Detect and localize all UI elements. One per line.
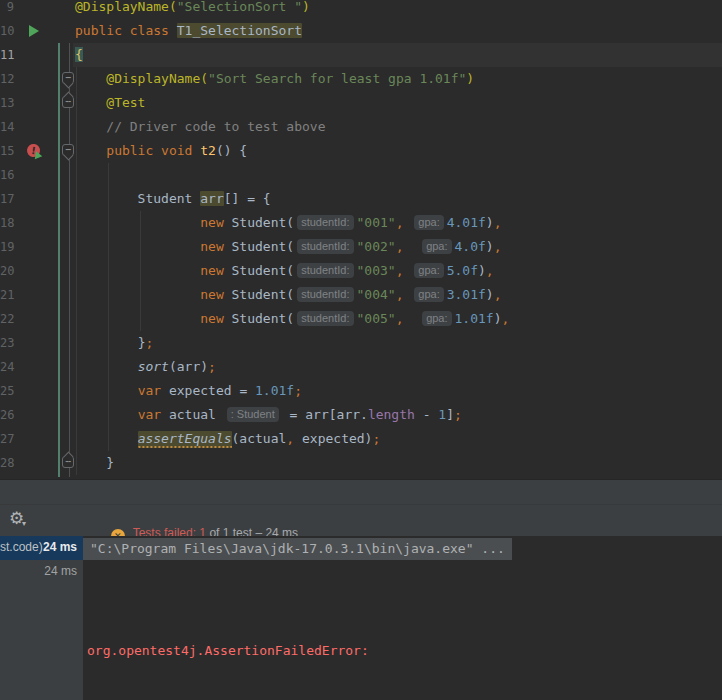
test-tree-row[interactable]: 24 ms	[0, 560, 83, 584]
code-line-9[interactable]: 9@DisplayName("SelectionSort ")	[0, 0, 722, 19]
gear-button[interactable]: ⚙ ▾	[9, 508, 24, 529]
test-tree[interactable]: st.code)24 ms24 ms	[0, 536, 83, 700]
code-text: new Student(studentId:"004", gpa:3.01f),	[75, 286, 502, 304]
line-number[interactable]: 25	[0, 383, 14, 399]
code-line-24[interactable]: 24 sort(arr);	[0, 355, 722, 379]
code-text: };	[75, 334, 153, 352]
line-number[interactable]: 13	[0, 95, 14, 111]
code-line-28[interactable]: 28− }	[0, 451, 722, 475]
line-number[interactable]: 14	[0, 119, 14, 135]
code-editor[interactable]: 9@DisplayName("SelectionSort ")10public …	[0, 0, 722, 479]
code-text: @Test	[75, 94, 145, 112]
code-line-13[interactable]: 13− @Test	[0, 91, 722, 115]
parameter-hint: gpa:	[414, 215, 443, 230]
code-line-17[interactable]: 17 Student arr[] = {	[0, 187, 722, 211]
code-line-19[interactable]: 19 new Student(studentId:"002", gpa:4.0f…	[0, 235, 722, 259]
code-text: sort(arr);	[75, 358, 216, 376]
line-number[interactable]: 28	[0, 455, 14, 471]
code-text: public void t2() {	[75, 142, 247, 160]
console-command-line[interactable]: "C:\Program Files\Java\jdk-17.0.3.1\bin\…	[83, 538, 512, 560]
line-number[interactable]: 19	[0, 239, 14, 255]
code-line-16[interactable]: 16	[0, 163, 722, 187]
code-line-20[interactable]: 20 new Student(studentId:"003", gpa:5.0f…	[0, 259, 722, 283]
fold-marker-icon[interactable]: −	[62, 72, 74, 84]
parameter-hint: studentId:	[297, 215, 353, 230]
test-name-label: st.code)	[0, 540, 43, 554]
code-line-25[interactable]: 25 var expected = 1.01f;	[0, 379, 722, 403]
code-line-18[interactable]: 18 new Student(studentId:"001", gpa:4.01…	[0, 211, 722, 235]
line-number[interactable]: 9	[0, 0, 14, 15]
parameter-hint: gpa:	[414, 287, 443, 302]
parameter-hint: gpa:	[422, 239, 451, 254]
error-class-text: org.opentest4j.AssertionFailedError:	[87, 639, 431, 663]
line-number[interactable]: 24	[0, 359, 14, 375]
console-output: "C:\Program Files\Java\jdk-17.0.3.1\bin\…	[83, 536, 722, 700]
line-number[interactable]: 18	[0, 215, 14, 231]
code-text: new Student(studentId:"005", gpa:1.01f),	[75, 310, 509, 328]
code-line-26[interactable]: 26 var actual : Student = arr[arr.length…	[0, 403, 722, 427]
code-text: }	[75, 454, 114, 472]
code-line-10[interactable]: 10public class T1_SelectionSort	[0, 19, 722, 43]
code-text: assertEquals(actual, expected);	[75, 430, 380, 448]
parameter-hint: : Student	[227, 407, 279, 422]
code-line-27[interactable]: 27 assertEquals(actual, expected);	[0, 427, 722, 451]
line-number[interactable]: 17	[0, 191, 14, 207]
code-text: new Student(studentId:"002", gpa:4.0f),	[75, 238, 502, 256]
code-text: @DisplayName("Sort Search for least gpa …	[75, 70, 474, 88]
code-line-12[interactable]: 12− @DisplayName("Sort Search for least …	[0, 67, 722, 91]
code-text: new Student(studentId:"001", gpa:4.01f),	[75, 214, 502, 232]
parameter-hint: studentId:	[297, 263, 353, 278]
code-line-21[interactable]: 21 new Student(studentId:"004", gpa:3.01…	[0, 283, 722, 307]
code-text: public class T1_SelectionSort	[75, 22, 302, 40]
line-number[interactable]: 10	[0, 23, 14, 39]
line-number[interactable]: 22	[0, 311, 14, 327]
test-results-panel: ⚙ ▾ ✕Tests failed: 1 of 1 test – 24 ms s…	[0, 505, 722, 700]
test-failed-run-icon[interactable]: !	[26, 143, 41, 158]
code-line-11[interactable]: 11{	[0, 43, 722, 67]
line-number[interactable]: 20	[0, 263, 14, 279]
parameter-hint: studentId:	[297, 287, 353, 302]
code-text: new Student(studentId:"003", gpa:5.0f),	[75, 262, 494, 280]
code-line-14[interactable]: 14 // Driver code to test above	[0, 115, 722, 139]
code-text: var actual : Student = arr[arr.length - …	[75, 406, 462, 424]
line-number[interactable]: 12	[0, 71, 14, 87]
code-text: // Driver code to test above	[75, 118, 325, 136]
line-number[interactable]: 26	[0, 407, 14, 423]
line-number[interactable]: 15	[0, 143, 14, 159]
assertion-error-block: org.opentest4j.AssertionFailedError: Exp…	[87, 591, 431, 700]
test-tree-row[interactable]: st.code)24 ms	[0, 536, 83, 560]
parameter-hint: gpa:	[422, 311, 451, 326]
chevron-down-icon: ▾	[22, 519, 26, 528]
code-line-22[interactable]: 22 new Student(studentId:"005", gpa:1.01…	[0, 307, 722, 331]
line-number[interactable]: 16	[0, 167, 14, 183]
parameter-hint: studentId:	[297, 239, 353, 254]
ide-window: 9@DisplayName("SelectionSort ")10public …	[0, 0, 722, 700]
parameter-hint: gpa:	[414, 263, 443, 278]
test-duration: 24 ms	[44, 564, 77, 578]
line-number[interactable]: 23	[0, 335, 14, 351]
fold-marker-icon[interactable]: −	[62, 144, 74, 156]
code-text: @DisplayName("SelectionSort ")	[75, 0, 310, 16]
code-text: var expected = 1.01f;	[75, 382, 302, 400]
fold-marker-icon[interactable]: −	[62, 96, 74, 108]
line-number[interactable]: 11	[0, 47, 14, 63]
run-class-icon[interactable]	[29, 25, 39, 37]
code-line-15[interactable]: 15!− public void t2() {	[0, 139, 722, 163]
fold-marker-icon[interactable]: −	[62, 456, 74, 468]
code-text: Student arr[] = {	[75, 190, 271, 208]
code-line-23[interactable]: 23 };	[0, 331, 722, 355]
line-number[interactable]: 21	[0, 287, 14, 303]
line-number[interactable]: 27	[0, 431, 14, 447]
parameter-hint: studentId:	[297, 311, 353, 326]
test-duration: 24 ms	[43, 540, 77, 554]
test-panel-toolbar: ⚙ ▾ ✕Tests failed: 1 of 1 test – 24 ms	[0, 505, 722, 536]
panel-splitter[interactable]	[0, 479, 722, 505]
tests-failed-status: ✕Tests failed: 1 of 1 test – 24 ms	[84, 512, 298, 530]
code-text: {	[75, 46, 83, 64]
